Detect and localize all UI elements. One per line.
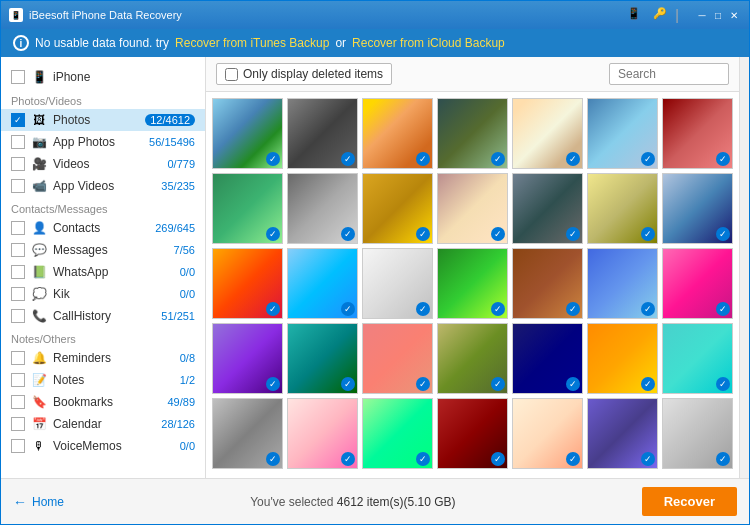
maximize-button[interactable]: □ xyxy=(711,8,725,22)
photo-cell[interactable]: ✓ xyxy=(662,323,733,394)
title-bar-left: 📱 iBeesoft iPhone Data Recovery xyxy=(9,8,182,22)
sidebar-item-videos[interactable]: 🎥 Videos 0/779 xyxy=(1,153,205,175)
recover-button[interactable]: Recover xyxy=(642,487,737,516)
notes-checkbox[interactable] xyxy=(11,373,25,387)
only-deleted-checkbox[interactable] xyxy=(225,68,238,81)
photo-cell[interactable]: ✓ xyxy=(362,248,433,319)
sidebar-item-callhistory[interactable]: 📞 CallHistory 51/251 xyxy=(1,305,205,327)
photo-cell[interactable]: ✓ xyxy=(212,98,283,169)
photo-check-indicator: ✓ xyxy=(266,152,280,166)
photo-cell[interactable]: ✓ xyxy=(287,323,358,394)
device-checkbox[interactable] xyxy=(11,70,25,84)
photo-cell[interactable]: ✓ xyxy=(662,173,733,244)
photo-check-indicator: ✓ xyxy=(491,377,505,391)
photo-cell[interactable]: ✓ xyxy=(662,98,733,169)
whatsapp-label: WhatsApp xyxy=(53,265,174,279)
icloud-recovery-link[interactable]: Recover from iCloud Backup xyxy=(352,36,505,50)
photo-cell[interactable]: ✓ xyxy=(212,248,283,319)
photo-cell[interactable]: ✓ xyxy=(287,173,358,244)
callhistory-icon: 📞 xyxy=(31,308,47,324)
photo-cell[interactable]: ✓ xyxy=(287,398,358,469)
photo-check-indicator: ✓ xyxy=(341,302,355,316)
kik-checkbox[interactable] xyxy=(11,287,25,301)
itunes-recovery-link[interactable]: Recover from iTunes Backup xyxy=(175,36,329,50)
photo-cell[interactable]: ✓ xyxy=(662,398,733,469)
title-bar: 📱 iBeesoft iPhone Data Recovery 📱 🔑 | ─ … xyxy=(1,1,749,29)
photo-cell[interactable]: ✓ xyxy=(362,323,433,394)
photo-cell[interactable]: ✓ xyxy=(437,248,508,319)
app-photos-checkbox[interactable] xyxy=(11,135,25,149)
sidebar-item-app-photos[interactable]: 📷 App Photos 56/15496 xyxy=(1,131,205,153)
photo-check-indicator: ✓ xyxy=(341,227,355,241)
close-button[interactable]: ✕ xyxy=(727,8,741,22)
photo-cell[interactable]: ✓ xyxy=(362,173,433,244)
bookmarks-checkbox[interactable] xyxy=(11,395,25,409)
reminders-label: Reminders xyxy=(53,351,174,365)
key-toolbar-icon[interactable]: 🔑 xyxy=(649,7,671,23)
photo-check-indicator: ✓ xyxy=(716,227,730,241)
callhistory-checkbox[interactable] xyxy=(11,309,25,323)
photo-cell[interactable]: ✓ xyxy=(362,98,433,169)
sidebar-item-kik[interactable]: 💭 Kik 0/0 xyxy=(1,283,205,305)
photo-cell[interactable]: ✓ xyxy=(437,323,508,394)
photo-check-indicator: ✓ xyxy=(266,377,280,391)
messages-label: Messages xyxy=(53,243,168,257)
device-toolbar-icon[interactable]: 📱 xyxy=(623,7,645,23)
only-deleted-button[interactable]: Only display deleted items xyxy=(216,63,392,85)
photo-cell[interactable]: ✓ xyxy=(587,323,658,394)
photo-cell[interactable]: ✓ xyxy=(512,323,583,394)
home-button[interactable]: ← Home xyxy=(13,494,64,510)
photo-cell[interactable]: ✓ xyxy=(662,248,733,319)
device-row: 📱 iPhone xyxy=(1,65,205,89)
photo-check-indicator: ✓ xyxy=(491,152,505,166)
photo-check-indicator: ✓ xyxy=(416,377,430,391)
sidebar-item-app-videos[interactable]: 📹 App Videos 35/235 xyxy=(1,175,205,197)
photo-cell[interactable]: ✓ xyxy=(512,248,583,319)
photo-cell[interactable]: ✓ xyxy=(212,323,283,394)
photo-cell[interactable]: ✓ xyxy=(512,398,583,469)
photo-check-indicator: ✓ xyxy=(716,452,730,466)
reminders-icon: 🔔 xyxy=(31,350,47,366)
whatsapp-checkbox[interactable] xyxy=(11,265,25,279)
photo-cell[interactable]: ✓ xyxy=(437,173,508,244)
main-window: 📱 iBeesoft iPhone Data Recovery 📱 🔑 | ─ … xyxy=(0,0,750,525)
sidebar-item-whatsapp[interactable]: 📗 WhatsApp 0/0 xyxy=(1,261,205,283)
sidebar-item-notes[interactable]: 📝 Notes 1/2 xyxy=(1,369,205,391)
content-toolbar: Only display deleted items xyxy=(206,57,739,92)
search-input[interactable] xyxy=(609,63,729,85)
videos-checkbox[interactable] xyxy=(11,157,25,171)
title-bar-text: iBeesoft iPhone Data Recovery xyxy=(29,9,182,21)
photo-cell[interactable]: ✓ xyxy=(512,98,583,169)
minimize-button[interactable]: ─ xyxy=(695,8,709,22)
app-videos-checkbox[interactable] xyxy=(11,179,25,193)
photo-cell[interactable]: ✓ xyxy=(437,398,508,469)
photo-cell[interactable]: ✓ xyxy=(287,248,358,319)
photo-cell[interactable]: ✓ xyxy=(212,173,283,244)
sidebar-item-calendar[interactable]: 📅 Calendar 28/126 xyxy=(1,413,205,435)
photo-cell[interactable]: ✓ xyxy=(587,98,658,169)
reminders-checkbox[interactable] xyxy=(11,351,25,365)
calendar-checkbox[interactable] xyxy=(11,417,25,431)
photo-cell[interactable]: ✓ xyxy=(287,98,358,169)
photo-cell[interactable]: ✓ xyxy=(512,173,583,244)
photos-checkbox[interactable]: ✓ xyxy=(11,113,25,127)
sidebar-item-photos[interactable]: ✓ 🖼 Photos 12/4612 xyxy=(1,109,205,131)
sidebar-item-reminders[interactable]: 🔔 Reminders 0/8 xyxy=(1,347,205,369)
photo-cell[interactable]: ✓ xyxy=(587,398,658,469)
photo-check-indicator: ✓ xyxy=(491,452,505,466)
contacts-checkbox[interactable] xyxy=(11,221,25,235)
kik-icon: 💭 xyxy=(31,286,47,302)
messages-checkbox[interactable] xyxy=(11,243,25,257)
photo-cell[interactable]: ✓ xyxy=(212,398,283,469)
photo-cell[interactable]: ✓ xyxy=(437,98,508,169)
voicememos-checkbox[interactable] xyxy=(11,439,25,453)
contacts-count: 269/645 xyxy=(155,222,195,234)
sidebar-item-voicememos[interactable]: 🎙 VoiceMemos 0/0 xyxy=(1,435,205,457)
sidebar-item-messages[interactable]: 💬 Messages 7/56 xyxy=(1,239,205,261)
photo-cell[interactable]: ✓ xyxy=(587,248,658,319)
photo-cell[interactable]: ✓ xyxy=(362,398,433,469)
sidebar-item-bookmarks[interactable]: 🔖 Bookmarks 49/89 xyxy=(1,391,205,413)
scrollbar[interactable] xyxy=(739,57,749,478)
sidebar-item-contacts[interactable]: 👤 Contacts 269/645 xyxy=(1,217,205,239)
photo-cell[interactable]: ✓ xyxy=(587,173,658,244)
